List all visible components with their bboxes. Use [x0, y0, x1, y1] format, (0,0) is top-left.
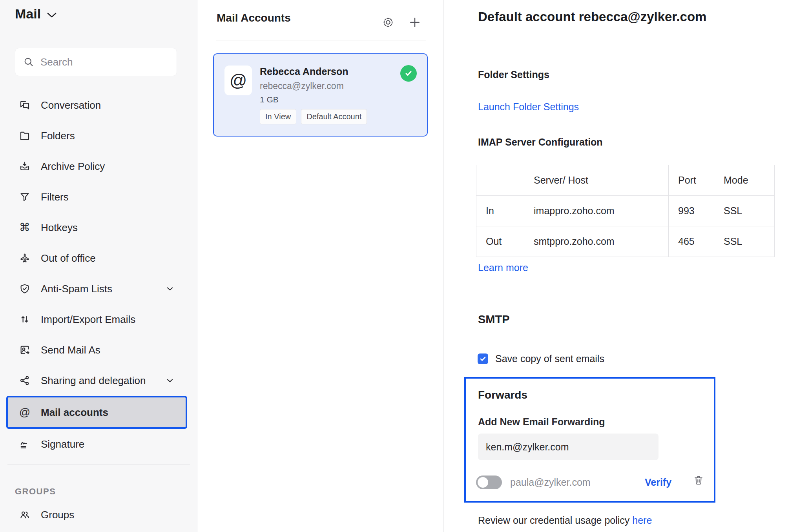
- sidebar-item-send-mail-as[interactable]: Send Mail As: [0, 335, 197, 365]
- sidebar-divider: [7, 464, 190, 465]
- page-title: Default account rebecca@zylker.com: [478, 9, 706, 24]
- chevron-down-icon: [47, 10, 57, 18]
- account-avatar: @: [224, 66, 252, 95]
- forward-toggle[interactable]: [476, 476, 502, 489]
- gear-icon[interactable]: [381, 16, 395, 29]
- sidebar-item-label: Groups: [41, 509, 74, 521]
- settings-nav: Conversation Folders Archive Policy Filt…: [0, 90, 197, 459]
- sidebar-item-mail-accounts[interactable]: @ Mail accounts: [6, 396, 187, 429]
- sidebar-item-label: Signature: [41, 438, 84, 450]
- pending-forward-email: paula@zylker.com: [510, 477, 591, 488]
- account-name: Rebecca Anderson: [260, 66, 348, 77]
- sidebar-item-signature[interactable]: Signature: [0, 429, 197, 459]
- sidebar-item-label: Hotkeys: [41, 222, 78, 234]
- share-icon: [19, 375, 31, 386]
- credential-policy-note: Review our credential usage policy here: [478, 515, 652, 526]
- sidebar-item-hotkeys[interactable]: ⌘ Hotkeys: [0, 212, 197, 243]
- save-copy-checkbox[interactable]: [478, 353, 488, 364]
- sidebar-item-label: Anti-Spam Lists: [41, 283, 112, 295]
- table-header-row: Server/ Host Port Mode: [476, 165, 775, 196]
- people-icon: [19, 509, 31, 521]
- sidebar-item-anti-spam-lists[interactable]: Anti-Spam Lists: [0, 273, 197, 304]
- at-glyph: @: [230, 71, 247, 90]
- table-header-port: Port: [669, 165, 714, 196]
- policy-here-link[interactable]: here: [632, 515, 652, 526]
- sidebar-item-label: Filters: [41, 191, 69, 203]
- app-title: Mail: [15, 6, 41, 22]
- sidebar-item-label: Conversation: [41, 99, 101, 111]
- sidebar-item-label: Out of office: [41, 252, 96, 264]
- save-copy-label: Save copy of sent emails: [495, 353, 604, 364]
- table-row: Out smtppro.zoho.com 465 SSL: [476, 226, 775, 257]
- sidebar-item-filters[interactable]: Filters: [0, 182, 197, 212]
- app-switcher[interactable]: Mail: [15, 6, 57, 22]
- learn-more-link[interactable]: Learn more: [478, 262, 528, 273]
- table-row: In imappro.zoho.com 993 SSL: [476, 196, 775, 226]
- arrows-up-down-icon: [19, 313, 31, 325]
- signature-icon: [19, 438, 31, 450]
- sidebar-item-label: Folders: [41, 130, 75, 142]
- forwards-heading: Forwards: [478, 389, 527, 401]
- account-email: rebecca@zylker.com: [260, 81, 344, 91]
- cell-host: imappro.zoho.com: [524, 196, 669, 226]
- forwards-section: Forwards Add New Email Forwarding paula@…: [464, 377, 715, 503]
- zoho-mail-settings: Mail Conversation Folders: [0, 0, 799, 532]
- sidebar-item-archive-policy[interactable]: Archive Policy: [0, 151, 197, 182]
- toggle-knob: [478, 477, 488, 488]
- chevron-down-icon[interactable]: [165, 284, 175, 293]
- groups-section-label: GROUPS: [15, 486, 56, 497]
- search-icon: [23, 56, 34, 67]
- account-storage: 1 GB: [260, 95, 279, 104]
- smtp-save-copy-row: Save copy of sent emails: [478, 353, 604, 364]
- imap-config-table: Server/ Host Port Mode In imappro.zoho.c…: [476, 165, 775, 257]
- folder-icon: [19, 130, 31, 142]
- settings-sidebar: Mail Conversation Folders: [0, 0, 197, 532]
- table-header-blank: [476, 165, 524, 196]
- verify-link[interactable]: Verify: [645, 477, 671, 488]
- table-header-mode: Mode: [714, 165, 775, 196]
- folder-settings-heading: Folder Settings: [478, 69, 549, 80]
- archive-icon: [19, 160, 31, 172]
- verified-check-icon: [400, 65, 417, 82]
- command-icon: ⌘: [19, 222, 31, 233]
- send-as-icon: [19, 344, 31, 356]
- sidebar-item-folders[interactable]: Folders: [0, 120, 197, 151]
- smtp-heading: SMTP: [478, 313, 510, 326]
- chevron-down-icon[interactable]: [165, 376, 175, 385]
- trash-icon[interactable]: [693, 474, 704, 486]
- add-account-button[interactable]: [408, 16, 421, 29]
- status-badge: Default Account: [301, 109, 367, 124]
- funnel-icon: [19, 191, 31, 203]
- cell-direction: Out: [476, 226, 524, 257]
- cell-mode: SSL: [714, 196, 775, 226]
- cell-mode: SSL: [714, 226, 775, 257]
- mail-accounts-panel: Mail Accounts @ Rebecca Anderson rebecca…: [197, 0, 444, 532]
- forwarding-email-input[interactable]: [478, 434, 659, 460]
- table-header-server: Server/ Host: [524, 165, 669, 196]
- airplane-icon: [19, 252, 31, 264]
- status-badge: In View: [260, 109, 296, 124]
- chat-icon: [19, 99, 31, 111]
- sidebar-item-conversation[interactable]: Conversation: [0, 90, 197, 120]
- account-details-panel: Default account rebecca@zylker.com Folde…: [444, 0, 799, 532]
- sidebar-item-import-export[interactable]: Import/Export Emails: [0, 304, 197, 335]
- sidebar-item-out-of-office[interactable]: Out of office: [0, 243, 197, 273]
- search-input[interactable]: [40, 56, 170, 68]
- cell-port: 465: [669, 226, 714, 257]
- sidebar-item-groups[interactable]: Groups: [19, 503, 74, 527]
- cell-port: 993: [669, 196, 714, 226]
- add-forwarding-label: Add New Email Forwarding: [478, 416, 605, 428]
- sidebar-item-label: Mail accounts: [41, 406, 108, 419]
- cell-host: smtppro.zoho.com: [524, 226, 669, 257]
- sidebar-item-label: Import/Export Emails: [41, 313, 135, 326]
- launch-folder-settings-link[interactable]: Launch Folder Settings: [478, 101, 579, 113]
- panel-title: Mail Accounts: [217, 12, 291, 24]
- shield-check-icon: [19, 283, 31, 295]
- policy-text: Review our credential usage policy: [478, 515, 632, 526]
- sidebar-item-sharing-delegation[interactable]: Sharing and delegation: [0, 365, 197, 396]
- imap-config-heading: IMAP Server Configuration: [478, 137, 603, 148]
- search-box[interactable]: [15, 48, 177, 76]
- account-card[interactable]: @ Rebecca Anderson rebecca@zylker.com 1 …: [213, 53, 428, 137]
- sidebar-item-label: Archive Policy: [41, 160, 105, 173]
- at-icon: @: [19, 406, 31, 418]
